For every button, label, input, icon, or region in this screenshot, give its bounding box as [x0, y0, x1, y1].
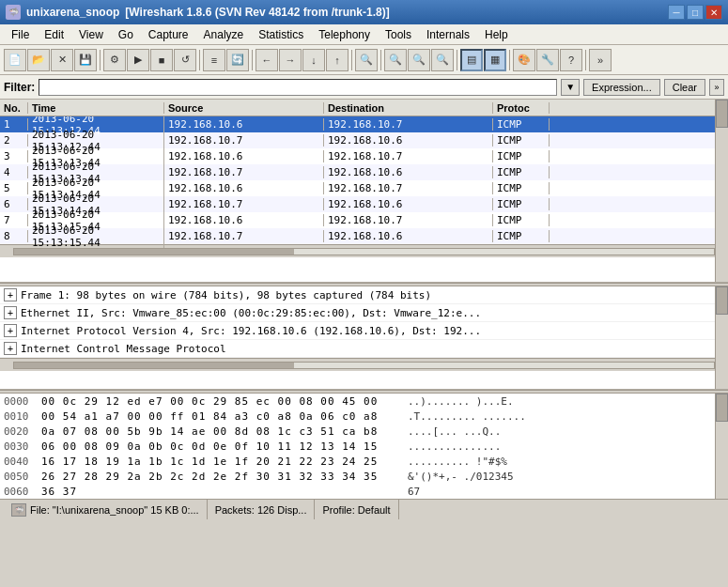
detail-expand-icon[interactable]: +	[4, 324, 17, 337]
filter-input[interactable]	[39, 79, 557, 96]
find-button[interactable]: 🔍	[355, 49, 378, 71]
status-file: 🦈 File: "I:\unixarena_snoop" 15 KB 0:...	[4, 500, 208, 519]
status-file-text: File: "I:\unixarena_snoop" 15 KB 0:...	[30, 504, 199, 516]
hex-ascii: .T......... .......	[408, 410, 526, 423]
up-button[interactable]: ↑	[326, 49, 349, 71]
save-button[interactable]: 💾	[74, 49, 97, 71]
capture-stop-button[interactable]: ■	[150, 49, 173, 71]
open-button[interactable]: 📂	[27, 49, 50, 71]
capture-restart-button[interactable]: ↺	[174, 49, 196, 71]
hscroll-track[interactable]	[13, 248, 715, 255]
capture-start-button[interactable]: ▶	[127, 49, 149, 71]
scroll-button[interactable]: ≡	[203, 49, 225, 71]
packet-vscroll-thumb[interactable]	[716, 100, 728, 128]
detail-expand-icon[interactable]: +	[4, 288, 17, 301]
capture-options-button[interactable]: ⚙	[103, 49, 126, 71]
detail-text: Frame 1: 98 bytes on wire (784 bits), 98…	[21, 289, 431, 301]
menu-capture[interactable]: Capture	[141, 26, 196, 43]
header-no: No.	[0, 102, 28, 114]
hex-offset: 0060	[4, 486, 41, 498]
menu-statistics[interactable]: Statistics	[251, 26, 311, 43]
detail-expand-icon[interactable]: +	[4, 306, 17, 319]
header-time: Time	[28, 102, 164, 114]
window-title: unixarena_snoop	[26, 6, 119, 19]
close-file-button[interactable]: ✕	[51, 49, 73, 71]
help-tb-button[interactable]: ?	[560, 49, 582, 71]
pane1-button[interactable]: ▤	[460, 49, 483, 71]
zoom-in-button[interactable]: 🔍	[384, 49, 407, 71]
hex-offset: 0000	[4, 395, 41, 408]
forward-button[interactable]: →	[279, 49, 302, 71]
menu-bar: File Edit View Go Capture Analyze Statis…	[0, 24, 728, 45]
hscroll-thumb[interactable]	[14, 249, 294, 255]
hex-bytes: 26 27 28 29 2a 2b 2c 2d 2e 2f 30 31 32 3…	[41, 471, 408, 483]
minimize-button[interactable]: ─	[668, 5, 685, 20]
detail-text: Ethernet II, Src: Vmware_85:ec:00 (00:0c…	[21, 307, 481, 319]
zoom-reset-button[interactable]: 🔍	[431, 49, 454, 71]
close-button[interactable]: ✕	[705, 5, 722, 20]
menu-go[interactable]: Go	[111, 26, 141, 43]
detail-row[interactable]: + Frame 1: 98 bytes on wire (784 bits), …	[0, 286, 728, 304]
pane2-button[interactable]: ▦	[484, 49, 506, 71]
detail-row[interactable]: + Ethernet II, Src: Vmware_85:ec:00 (00:…	[0, 304, 728, 322]
packet-list: No. Time Source Destination Protoc 1 201…	[0, 100, 728, 283]
details-panel: + Frame 1: 98 bytes on wire (784 bits), …	[0, 286, 728, 390]
details-hscroll-thumb[interactable]	[14, 363, 294, 368]
menu-edit[interactable]: Edit	[37, 26, 71, 43]
menu-file[interactable]: File	[4, 26, 37, 43]
menu-view[interactable]: View	[71, 26, 111, 43]
window-subtitle: [Wireshark 1.8.6 (SVN Rev 48142 from /tr…	[125, 6, 389, 19]
status-profile: Profile: Default	[315, 500, 398, 519]
hex-offset: 0040	[4, 456, 41, 468]
toolbar-sep-6	[457, 50, 457, 70]
hex-panel: 0000 00 0c 29 12 ed e7 00 0c 29 85 ec 00…	[0, 394, 728, 499]
menu-help[interactable]: Help	[477, 26, 516, 43]
title-controls: ─ □ ✕	[668, 5, 722, 20]
hex-ascii: ....[... ...Q..	[408, 425, 501, 438]
packet-row[interactable]: 8 2013-06-20 15:13:15.44 192.168.10.7 19…	[0, 228, 728, 244]
refresh-button[interactable]: 🔄	[226, 49, 249, 71]
filter-expression-button[interactable]: Expression...	[583, 79, 660, 96]
hex-bytes: 06 00 08 09 0a 0b 0c 0d 0e 0f 10 11 12 1…	[41, 440, 408, 453]
detail-expand-icon[interactable]: +	[4, 342, 17, 355]
menu-analyze[interactable]: Analyze	[196, 26, 252, 43]
maximize-button[interactable]: □	[687, 5, 704, 20]
details-vscroll-thumb[interactable]	[716, 286, 728, 315]
menu-internals[interactable]: Internals	[419, 26, 477, 43]
menu-tools[interactable]: Tools	[378, 26, 419, 43]
hex-vscroll[interactable]	[715, 394, 728, 499]
detail-text: Internet Protocol Version 4, Src: 192.16…	[21, 325, 481, 337]
colorize-button[interactable]: 🎨	[513, 49, 535, 71]
packet-vscroll[interactable]	[715, 100, 728, 282]
detail-row[interactable]: + Internet Protocol Version 4, Src: 192.…	[0, 322, 728, 340]
back-button[interactable]: ←	[256, 49, 278, 71]
title-bar: 🦈 unixarena_snoop [Wireshark 1.8.6 (SVN …	[0, 0, 728, 24]
packet-rows: 1 2013-06-20 15:13:12.44 192.168.10.6 19…	[0, 116, 728, 244]
filter-bar: Filter: ▼ Expression... Clear »	[0, 75, 728, 100]
details-vscroll[interactable]	[715, 286, 728, 389]
more-button[interactable]: »	[589, 49, 612, 71]
hex-offset: 0020	[4, 425, 41, 438]
detail-text: Internet Control Message Protocol	[21, 343, 226, 355]
hex-ascii: 67	[408, 486, 420, 498]
filter-clear-button[interactable]: Clear	[664, 79, 705, 96]
hex-bytes: 36 37	[41, 486, 408, 498]
hex-vscroll-thumb[interactable]	[716, 394, 728, 422]
prefs-button[interactable]: 🔧	[536, 49, 559, 71]
toolbar-sep-2	[199, 50, 200, 70]
hex-row: 0030 06 00 08 09 0a 0b 0c 0d 0e 0f 10 11…	[0, 439, 728, 454]
new-button[interactable]: 📄	[4, 49, 26, 71]
menu-telephony[interactable]: Telephony	[311, 26, 378, 43]
hex-bytes: 16 17 18 19 1a 1b 1c 1d 1e 1f 20 21 22 2…	[41, 456, 408, 468]
filter-more-button[interactable]: »	[709, 79, 724, 96]
toolbar-sep-3	[252, 50, 253, 70]
zoom-out-button[interactable]: 🔍	[408, 49, 430, 71]
toolbar-sep-8	[585, 50, 586, 70]
hex-ascii: &'()*+,- ./012345	[408, 471, 514, 483]
details-hscroll-track[interactable]	[13, 362, 715, 369]
detail-row[interactable]: + Internet Control Message Protocol	[0, 340, 728, 358]
jump-button[interactable]: ↓	[302, 49, 325, 71]
details-hscroll[interactable]	[0, 358, 728, 371]
filter-dropdown[interactable]: ▼	[561, 79, 580, 96]
detail-rows: + Frame 1: 98 bytes on wire (784 bits), …	[0, 286, 728, 358]
